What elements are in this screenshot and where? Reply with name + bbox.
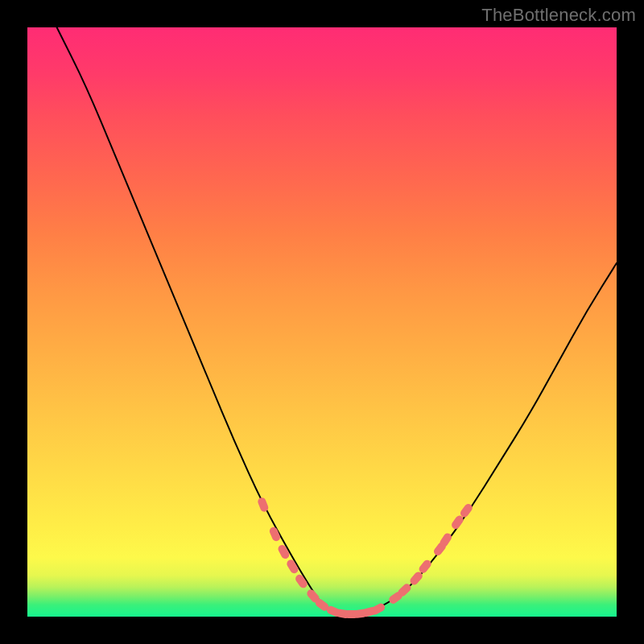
watermark-text: TheBottleneck.com [481,5,636,26]
chart-overlay [27,27,617,617]
curve-path [57,27,617,614]
chart-frame: TheBottleneck.com [0,0,644,644]
